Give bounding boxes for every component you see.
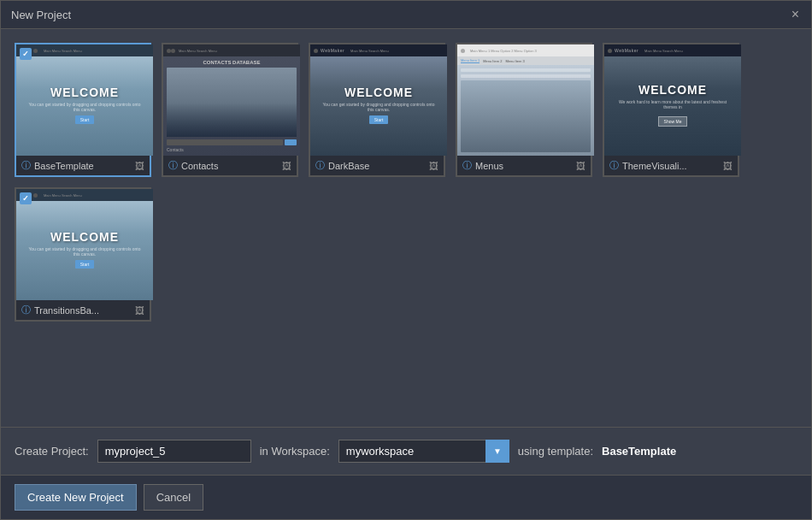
menus-topbar: Main Menu 1 Menu Option 2 Menu Option 3: [457, 44, 594, 56]
contacts-bar: Main Menu Search Menu: [163, 44, 300, 56]
base-start-btn: Start: [75, 115, 95, 124]
menus-template-name: Menus: [475, 161, 573, 171]
template-thumb-darkbase: WebMaker Main Menu Search Menu WELCOME Y…: [310, 44, 447, 156]
template-card-base[interactable]: Main Menu Search Menu WELCOME You can ge…: [15, 43, 151, 177]
base-sub-text: You can get started by dragging and drop…: [16, 102, 153, 112]
transitions-info-icon[interactable]: ⓘ: [21, 304, 31, 316]
thumb-theme-visual: WebMaker Main Menu Search Menu WELCOME W…: [604, 44, 741, 156]
transitions-dot-3: [33, 193, 38, 198]
darkbase-logo: WebMaker: [321, 48, 344, 53]
template-thumb-transitions: Main Menu Search Menu WELCOME You can ge…: [16, 189, 153, 300]
darkbase-dot-1: [314, 49, 318, 53]
darkbase-start-btn: Start: [369, 115, 389, 124]
darkbase-welcome-text: WELCOME: [344, 86, 413, 99]
contacts-info-icon[interactable]: ⓘ: [168, 159, 178, 172]
menus-template-footer: ⓘ Menus 🖼: [457, 156, 591, 175]
menu-item-3: Menu Item 3: [505, 59, 524, 63]
darkbase-img-icon[interactable]: 🖼: [429, 161, 438, 171]
menus-bar-text: Main Menu 1 Menu Option 2 Menu Option 3: [470, 49, 537, 53]
theme-info-icon[interactable]: ⓘ: [609, 159, 619, 172]
menus-row-2: [461, 74, 591, 78]
base-info-icon[interactable]: ⓘ: [21, 159, 31, 172]
contacts-content-area: CONTACTS DATABASE Contacts: [163, 56, 300, 156]
template-thumb-base: Main Menu Search Menu WELCOME You can ge…: [16, 44, 153, 156]
menus-info-icon[interactable]: ⓘ: [462, 159, 472, 172]
contacts-template-footer: ⓘ Contacts 🖼: [163, 156, 297, 175]
template-card-darkbase[interactable]: WebMaker Main Menu Search Menu WELCOME Y…: [309, 43, 445, 177]
theme-bar-text: Main Menu Search Menu: [644, 49, 683, 53]
darkbase-template-footer: ⓘ DarkBase 🖼: [310, 156, 444, 175]
template-card-menus[interactable]: Main Menu 1 Menu Option 2 Menu Option 3 …: [456, 43, 592, 177]
template-card-theme[interactable]: WebMaker Main Menu Search Menu WELCOME W…: [603, 43, 739, 177]
menu-item-1: Menu Item 1: [461, 58, 480, 63]
transitions-checkmark: ✓: [20, 192, 32, 204]
transitions-bar: Main Menu Search Menu: [16, 189, 153, 201]
templates-content: Main Menu Search Menu WELCOME You can ge…: [1, 29, 811, 427]
menus-menubar: Menu Item 1 Menu Item 2 Menu Item 3: [457, 56, 594, 65]
theme-logo: WebMaker: [615, 48, 638, 53]
contacts-img: [167, 68, 297, 137]
cancel-button[interactable]: Cancel: [144, 484, 203, 511]
menus-img-icon[interactable]: 🖼: [576, 161, 585, 171]
theme-dot-1: [608, 49, 612, 53]
darkbase-template-name: DarkBase: [328, 161, 426, 171]
contacts-template-name: Contacts: [181, 161, 279, 171]
in-workspace-label: in Workspace:: [260, 445, 330, 458]
base-welcome-text: WELCOME: [50, 86, 119, 99]
create-new-project-button[interactable]: Create New Project: [15, 484, 137, 511]
thumb-darkbase-visual: WebMaker Main Menu Search Menu WELCOME Y…: [310, 44, 447, 156]
theme-sub-text: We work hard to learn more about the lat…: [604, 99, 741, 109]
template-thumb-contacts: Main Menu Search Menu CONTACTS DATABASE: [163, 44, 300, 156]
theme-template-footer: ⓘ ThemeVisuali... 🖼: [604, 156, 738, 175]
thumb-transitions-visual: Main Menu Search Menu WELCOME You can ge…: [16, 189, 153, 300]
create-project-label: Create Project:: [15, 445, 89, 458]
theme-welcome-text: WELCOME: [638, 83, 707, 97]
action-bar: Create New Project Cancel: [1, 475, 811, 519]
contacts-label: Contacts: [167, 147, 297, 152]
base-img-icon[interactable]: 🖼: [135, 161, 144, 171]
menu-item-2: Menu Item 2: [483, 59, 502, 63]
base-template-footer: ⓘ BaseTemplate 🖼: [16, 156, 150, 175]
transitions-welcome-text: WELCOME: [50, 230, 119, 244]
theme-bar: WebMaker Main Menu Search Menu: [604, 44, 741, 56]
transitions-sub-text: You can get started by dragging and drop…: [16, 246, 153, 257]
darkbase-bar-text: Main Menu Search Menu: [350, 49, 389, 53]
theme-show-btn: Show Me: [658, 116, 688, 127]
thumb-base-bar: Main Menu Search Menu: [16, 44, 153, 56]
contacts-search-box: [167, 139, 283, 145]
thumb-base-visual: Main Menu Search Menu WELCOME You can ge…: [16, 44, 153, 156]
darkbase-info-icon[interactable]: ⓘ: [315, 159, 325, 172]
close-button[interactable]: ×: [790, 8, 801, 21]
contacts-search-row: [167, 139, 297, 145]
transitions-img-icon[interactable]: 🖼: [135, 305, 144, 316]
transitions-start-btn: Start: [75, 260, 95, 269]
menus-img-area: [461, 80, 591, 152]
menus-row-1: [461, 68, 591, 72]
dialog-title: New Project: [11, 9, 71, 21]
contacts-dot-2: [171, 49, 175, 53]
theme-img-icon[interactable]: 🖼: [723, 161, 733, 171]
template-card-contacts[interactable]: Main Menu Search Menu CONTACTS DATABASE: [162, 43, 298, 177]
project-config-bar: Create Project: in Workspace: myworkspac…: [1, 427, 811, 475]
base-template-name: BaseTemplate: [34, 161, 132, 171]
thumb-menus-visual: Main Menu 1 Menu Option 2 Menu Option 3 …: [457, 44, 594, 156]
menus-content: [457, 65, 594, 156]
contacts-overlay: [167, 103, 297, 138]
template-thumb-menus: Main Menu 1 Menu Option 2 Menu Option 3 …: [457, 44, 594, 156]
selected-checkmark: ✓: [20, 48, 32, 60]
thumb-contacts-visual: Main Menu Search Menu CONTACTS DATABASE: [163, 44, 300, 156]
dialog-titlebar: New Project ×: [1, 1, 811, 29]
contacts-search-btn: [285, 139, 297, 145]
templates-grid: Main Menu Search Menu WELCOME You can ge…: [15, 43, 797, 322]
menus-dot-1: [461, 49, 465, 53]
selected-template-value: BaseTemplate: [602, 445, 676, 458]
workspace-select[interactable]: myworkspace: [338, 440, 509, 463]
darkbase-sub-text: You can get started by dragging and drop…: [310, 102, 447, 112]
workspace-select-wrapper: myworkspace ▼: [338, 440, 509, 463]
template-card-transitions[interactable]: Main Menu Search Menu WELCOME You can ge…: [15, 187, 151, 322]
transitions-template-name: TransitionsBa...: [34, 305, 132, 316]
new-project-dialog: New Project × Main Menu Search Menu WELC…: [0, 0, 812, 520]
contacts-img-icon[interactable]: 🖼: [282, 161, 291, 171]
transitions-bar-text: Main Menu Search Menu: [44, 193, 82, 198]
project-name-input[interactable]: [97, 440, 251, 463]
